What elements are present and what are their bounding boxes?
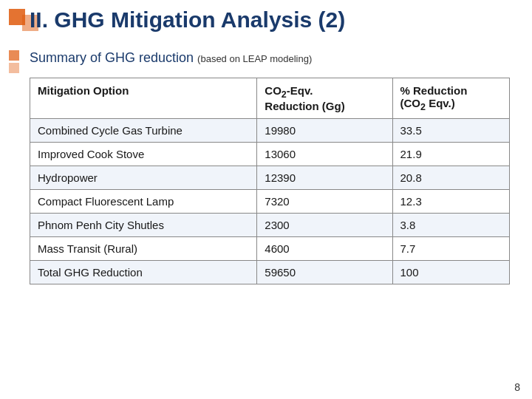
cell-option: Improved Cook Stove (30, 143, 257, 166)
cell-option: Compact Fluorescent Lamp (30, 190, 257, 214)
subtitle-note: (based on LEAP modeling) (197, 53, 312, 64)
cell-reduction: 4600 (257, 237, 392, 261)
table-row: Improved Cook Stove1306021.9 (30, 143, 510, 166)
cell-percent: 12.3 (392, 190, 509, 214)
cell-percent: 7.7 (392, 237, 509, 261)
cell-percent: 3.8 (392, 214, 509, 237)
table-row: Total GHG Reduction59650100 (30, 261, 510, 284)
cell-option: Hydropower (30, 166, 257, 190)
cell-option: Phnom Penh City Shutles (30, 214, 257, 237)
cell-percent: 20.8 (392, 166, 509, 190)
cell-reduction: 59650 (257, 261, 392, 284)
cell-percent: 33.5 (392, 119, 509, 143)
table-row: Phnom Penh City Shutles23003.8 (30, 214, 510, 237)
slide: II. GHG Mitigation Analysis (2) Summary … (0, 0, 532, 399)
cell-option: Total GHG Reduction (30, 261, 257, 284)
deco-sq4 (9, 63, 19, 73)
cell-percent: 21.9 (392, 143, 509, 166)
cell-option: Combined Cycle Gas Turbine (30, 119, 257, 143)
page-number: 8 (514, 381, 520, 393)
table-row: Mass Transit (Rural)46007.7 (30, 237, 510, 261)
table-header-row: Mitigation Option CO2-Eqv.Reduction (Gg)… (30, 78, 510, 119)
cell-reduction: 19980 (257, 119, 392, 143)
table-container: Mitigation Option CO2-Eqv.Reduction (Gg)… (30, 78, 510, 377)
table-row: Combined Cycle Gas Turbine1998033.5 (30, 119, 510, 143)
col-header-reduction: CO2-Eqv.Reduction (Gg) (257, 78, 392, 119)
subtitle-text: Summary of GHG reduction (30, 50, 194, 65)
slide-subtitle: Summary of GHG reduction (based on LEAP … (30, 50, 312, 66)
ghg-table: Mitigation Option CO2-Eqv.Reduction (Gg)… (30, 78, 510, 284)
col-header-percent: % Reduction(CO2 Eqv.) (392, 78, 509, 119)
cell-percent: 100 (392, 261, 509, 284)
deco-sq3 (9, 50, 19, 61)
deco-squares-mid (9, 50, 19, 73)
table-row: Hydropower1239020.8 (30, 166, 510, 190)
cell-reduction: 2300 (257, 214, 392, 237)
slide-title: II. GHG Mitigation Analysis (2) (30, 7, 517, 33)
table-row: Compact Fluorescent Lamp732012.3 (30, 190, 510, 214)
cell-reduction: 12390 (257, 166, 392, 190)
cell-option: Mass Transit (Rural) (30, 237, 257, 261)
col-header-option: Mitigation Option (30, 78, 257, 119)
cell-reduction: 13060 (257, 143, 392, 166)
cell-reduction: 7320 (257, 190, 392, 214)
